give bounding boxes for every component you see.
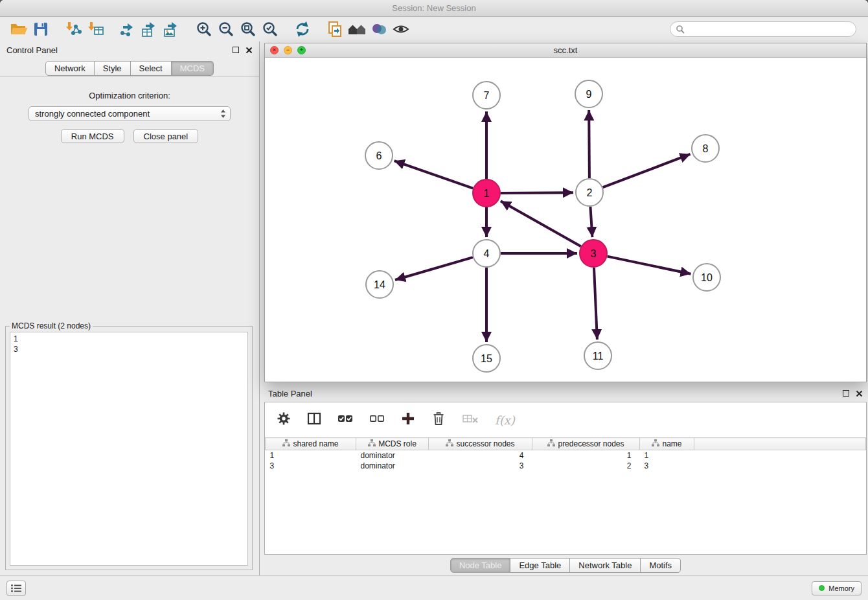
delete-rows-button[interactable] (431, 411, 446, 428)
close-panel-icon[interactable] (246, 47, 253, 54)
import-network-icon (64, 21, 82, 38)
search-field[interactable] (670, 21, 856, 37)
table-cell[interactable]: 1 (266, 450, 356, 461)
table-row[interactable]: 3dominator323 (266, 461, 866, 471)
optimization-select[interactable]: strongly connected component (29, 106, 231, 121)
graph-node[interactable]: 15 (473, 345, 500, 372)
graph-edge[interactable] (589, 110, 589, 178)
tab-network-table[interactable]: Network Table (570, 558, 641, 573)
select-all-icon (337, 411, 353, 426)
graph-node[interactable]: 11 (584, 342, 611, 369)
export-network-button[interactable] (117, 19, 139, 39)
table-column-header[interactable]: successor nodes (429, 438, 532, 450)
tab-style[interactable]: Style (95, 61, 131, 76)
graph-edge[interactable] (501, 192, 573, 193)
export-table-button[interactable] (139, 19, 161, 39)
clone-network-button[interactable] (324, 19, 346, 39)
graph-node-label: 14 (374, 279, 385, 290)
table-cell[interactable]: 3 (640, 461, 694, 471)
show-hide-button[interactable] (390, 19, 412, 39)
apply-layout-button[interactable] (291, 19, 314, 39)
zoom-in-button[interactable] (193, 19, 215, 39)
column-header-label: successor nodes (456, 439, 514, 448)
graph-node-label: 1 (484, 188, 490, 199)
graph-node[interactable]: 4 (473, 240, 500, 267)
import-network-button[interactable] (62, 19, 84, 39)
deselect-all-button[interactable] (369, 411, 385, 428)
graph-edge[interactable] (395, 257, 473, 280)
graph-node[interactable]: 3 (580, 240, 607, 267)
run-mcds-button[interactable]: Run MCDS (61, 129, 124, 143)
table-header-filler (694, 438, 866, 450)
network-analyzer-button[interactable] (346, 19, 368, 39)
control-panel-header: Control Panel (0, 41, 259, 58)
graph-node[interactable]: 7 (473, 82, 500, 109)
graph-edge[interactable] (501, 201, 581, 246)
task-history-button[interactable] (6, 581, 26, 596)
column-type-icon (446, 439, 453, 448)
table-cell[interactable]: 4 (429, 450, 532, 461)
window-titlebar[interactable]: Session: New Session (0, 0, 868, 17)
graph-edge[interactable] (603, 154, 691, 187)
table-column-header[interactable]: MCDS role (356, 438, 429, 450)
network-canvas[interactable]: 7968124314101511 (265, 58, 866, 382)
delete-column-button[interactable] (462, 411, 479, 428)
split-column-button[interactable] (307, 411, 321, 428)
memory-button[interactable]: Memory (812, 581, 862, 595)
table-row[interactable]: 1dominator411 (266, 450, 866, 461)
open-session-button[interactable] (8, 19, 30, 39)
graph-node[interactable]: 8 (692, 135, 719, 162)
graph-edge[interactable] (608, 257, 691, 274)
mcds-result-item[interactable]: 1 (14, 334, 244, 344)
zoom-fit-button[interactable] (237, 19, 259, 39)
float-table-panel-icon[interactable] (843, 390, 849, 397)
tab-node-table[interactable]: Node Table (450, 558, 511, 573)
table-cell[interactable]: dominator (356, 450, 429, 461)
tab-mcds[interactable]: MCDS (172, 61, 214, 76)
graph-edge[interactable] (590, 207, 592, 237)
graph-node[interactable]: 10 (693, 264, 720, 291)
graph-node[interactable]: 6 (365, 142, 393, 169)
column-header-label: shared name (293, 439, 338, 448)
table-column-header[interactable]: shared name (266, 438, 356, 450)
close-table-panel-icon[interactable] (856, 390, 863, 397)
tab-edge-table[interactable]: Edge Table (510, 558, 570, 573)
graph-edge[interactable] (594, 268, 597, 340)
graph-node[interactable]: 14 (366, 271, 393, 298)
zoom-out-button[interactable] (215, 19, 237, 39)
table-cell[interactable]: 1 (640, 450, 694, 461)
add-column-button[interactable] (401, 411, 415, 428)
graph-node[interactable]: 1 (473, 179, 500, 207)
tab-network[interactable]: Network (45, 61, 95, 76)
tab-select[interactable]: Select (131, 61, 172, 76)
close-panel-button[interactable]: Close panel (133, 129, 199, 143)
table-column-header[interactable]: name (640, 438, 694, 450)
table-cell[interactable]: 3 (266, 461, 356, 471)
main-toolbar (0, 17, 868, 41)
style-wand-icon (371, 21, 387, 38)
mcds-result-list[interactable]: 13 (10, 332, 248, 566)
float-panel-icon[interactable] (233, 47, 239, 53)
table-column-header[interactable]: predecessor nodes (532, 438, 640, 450)
network-window-titlebar[interactable]: scc.txt × − + (265, 43, 866, 58)
zoom-selected-button[interactable] (259, 19, 281, 39)
table-cell[interactable]: 3 (429, 461, 532, 471)
import-table-button[interactable] (84, 19, 106, 39)
style-wand-button[interactable] (368, 19, 390, 39)
search-input[interactable] (688, 25, 851, 34)
tab-motifs[interactable]: Motifs (641, 558, 681, 573)
function-builder-button[interactable]: f(x) (495, 413, 515, 427)
table-cell[interactable]: dominator (356, 461, 429, 471)
save-session-button[interactable] (30, 19, 52, 39)
control-panel-tabbar: Network Style Select MCDS (0, 61, 259, 77)
table-cell[interactable]: 1 (532, 450, 640, 461)
select-all-button[interactable] (337, 411, 353, 428)
table-settings-button[interactable] (277, 411, 291, 428)
export-image-icon (163, 21, 181, 38)
graph-node[interactable]: 9 (575, 80, 602, 108)
export-image-button[interactable] (161, 19, 183, 39)
graph-node[interactable]: 2 (576, 179, 603, 206)
graph-edge[interactable] (394, 161, 474, 189)
table-cell[interactable]: 2 (532, 461, 640, 471)
mcds-result-item[interactable]: 3 (14, 344, 244, 354)
